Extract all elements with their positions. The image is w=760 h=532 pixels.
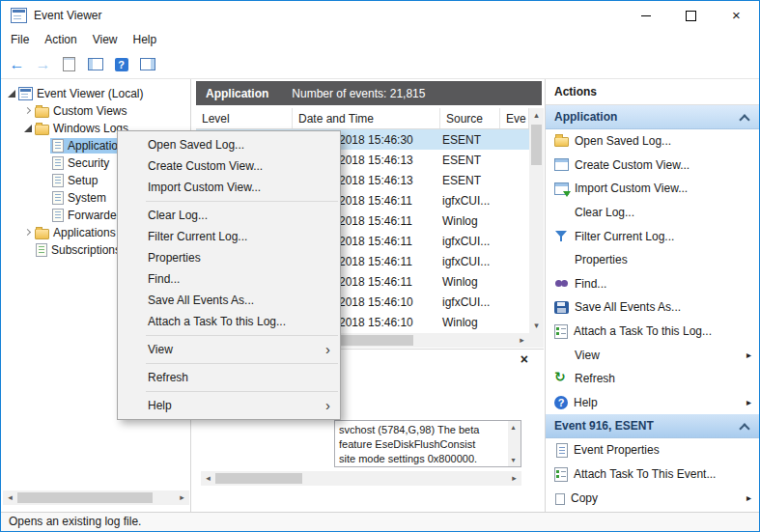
event-source-cell: ESENT xyxy=(440,154,500,167)
column-header[interactable]: Level xyxy=(196,108,293,128)
minimize-button[interactable] xyxy=(623,1,668,30)
tree-expander-icon[interactable] xyxy=(22,227,34,238)
action-item[interactable]: View xyxy=(546,343,759,367)
export-list-button[interactable] xyxy=(57,53,81,75)
context-menu-item-label: Filter Current Log... xyxy=(148,230,247,243)
submenu-arrow-icon xyxy=(746,486,751,510)
action-item[interactable]: Import Custom View... xyxy=(546,177,759,201)
scroll-right-icon[interactable]: ▸ xyxy=(175,490,189,505)
scroll-left-icon[interactable]: ◂ xyxy=(3,490,17,505)
scroll-right-icon[interactable]: ▸ xyxy=(507,471,521,486)
tree-expander-icon[interactable] xyxy=(39,140,50,152)
tree-item[interactable]: Event Viewer (Local) xyxy=(2,85,190,102)
action-item[interactable]: Open Saved Log... xyxy=(546,129,759,154)
tree-expander-icon[interactable] xyxy=(22,105,34,117)
context-menu-item[interactable]: Find... xyxy=(118,268,340,290)
event-list-vertical-scrollbar[interactable]: ▴ ▾ xyxy=(529,108,544,333)
menu-item[interactable]: File xyxy=(3,30,37,50)
scroll-thumb[interactable] xyxy=(17,492,153,503)
context-menu-item[interactable]: Help xyxy=(118,395,340,416)
action-item[interactable]: Filter Current Log... xyxy=(546,224,759,248)
submenu-arrow-icon xyxy=(746,391,751,415)
collapse-section-icon[interactable] xyxy=(739,423,749,434)
tree-horizontal-scrollbar[interactable]: ◂ ▸ xyxy=(3,490,189,505)
context-menu-item[interactable]: Open Saved Log... xyxy=(118,134,340,155)
action-item-label: Event Properties xyxy=(574,443,660,457)
scroll-left-icon[interactable]: ◂ xyxy=(201,471,215,486)
back-button[interactable] xyxy=(5,53,29,75)
scroll-down-icon[interactable]: ▾ xyxy=(529,319,544,333)
column-header[interactable]: Eve xyxy=(500,108,529,128)
tree-expander-icon[interactable] xyxy=(39,192,50,204)
show-console-tree-button[interactable] xyxy=(83,53,107,75)
action-item-icon xyxy=(554,396,568,409)
action-item[interactable]: Save All Events As... xyxy=(546,295,759,320)
help-button[interactable] xyxy=(109,53,133,75)
event-source-cell: igfxCUI... xyxy=(440,255,500,268)
action-item-label: Find... xyxy=(575,277,606,291)
forward-button[interactable] xyxy=(31,53,55,75)
scroll-right-icon[interactable]: ▸ xyxy=(515,333,529,348)
show-action-pane-button[interactable] xyxy=(135,53,159,75)
tree-item-label: System xyxy=(68,191,106,205)
context-menu-item[interactable] xyxy=(146,335,338,336)
tree-expander-icon[interactable] xyxy=(22,244,34,256)
tree-expander-icon[interactable] xyxy=(6,88,17,99)
preview-horizontal-scrollbar[interactable]: ◂ ▸ xyxy=(201,471,521,486)
context-menu-item[interactable]: Properties xyxy=(118,247,340,268)
context-menu-item[interactable] xyxy=(146,391,338,392)
action-item-label: View xyxy=(575,349,600,362)
maximize-button[interactable] xyxy=(668,1,714,30)
action-item[interactable]: Attach Task To This Event... xyxy=(546,462,759,487)
context-menu-item[interactable]: Refresh xyxy=(118,367,340,388)
context-menu-item[interactable] xyxy=(146,201,338,202)
tree-item[interactable]: Custom Views xyxy=(2,102,190,120)
column-header[interactable]: Date and Time xyxy=(293,108,440,128)
scroll-down-icon[interactable]: ▾ xyxy=(507,454,520,466)
menu-item[interactable]: Help xyxy=(126,30,165,50)
event-viewer-window: Event Viewer FileActionViewHelp Event Vi… xyxy=(0,0,760,532)
action-item[interactable]: Event Properties xyxy=(546,438,759,462)
collapse-section-icon[interactable] xyxy=(739,114,749,125)
context-menu-item[interactable]: View xyxy=(118,339,340,360)
context-menu-item[interactable] xyxy=(146,363,338,364)
context-menu-item[interactable]: Save All Events As... xyxy=(118,290,340,311)
context-menu-item[interactable]: Import Custom View... xyxy=(118,177,340,198)
actions-section-header-event[interactable]: Event 916, ESENT xyxy=(546,414,759,438)
scroll-thumb[interactable] xyxy=(215,473,302,484)
tree-item-icon xyxy=(52,156,64,170)
action-item[interactable]: Refresh xyxy=(546,367,759,391)
action-item[interactable]: Properties xyxy=(546,248,759,272)
action-item-icon xyxy=(554,230,569,242)
action-item[interactable]: Find... xyxy=(546,272,759,296)
tree-expander-icon[interactable] xyxy=(22,123,34,134)
actions-section-header-application[interactable]: Application xyxy=(546,105,759,129)
tree-item-icon xyxy=(52,191,64,205)
tree-item-label: Forwarded xyxy=(68,209,123,222)
event-description-line: site mode settings 0x800000. xyxy=(339,452,504,466)
context-menu-item-label: Open Saved Log... xyxy=(148,138,244,152)
description-vertical-scrollbar[interactable]: ▴ ▾ xyxy=(508,421,521,466)
action-item[interactable]: Create Custom View... xyxy=(546,154,759,178)
column-header[interactable]: Source xyxy=(440,108,500,128)
menu-item[interactable]: View xyxy=(85,30,126,50)
scroll-up-icon[interactable]: ▴ xyxy=(507,421,520,434)
action-item[interactable]: Clear Log... xyxy=(546,201,759,225)
context-menu-item[interactable]: Clear Log... xyxy=(118,205,340,226)
close-preview-icon[interactable] xyxy=(521,351,528,367)
scroll-up-icon[interactable]: ▴ xyxy=(529,108,544,123)
action-item[interactable]: Attach a Task To this Log... xyxy=(546,320,759,344)
column-headers: LevelDate and TimeSourceEve xyxy=(196,108,529,129)
menu-item[interactable]: Action xyxy=(37,30,84,50)
tree-expander-icon[interactable] xyxy=(39,210,50,221)
context-menu-item[interactable]: Attach a Task To this Log... xyxy=(118,311,340,332)
context-menu-item[interactable]: Filter Current Log... xyxy=(118,226,340,247)
action-item[interactable]: Copy xyxy=(546,486,759,510)
tree-expander-icon[interactable] xyxy=(39,175,50,186)
action-item[interactable]: Help xyxy=(546,391,759,415)
close-button[interactable] xyxy=(714,1,759,30)
context-menu-item[interactable]: Create Custom View... xyxy=(118,155,340,177)
tree-expander-icon[interactable] xyxy=(39,157,50,169)
scroll-thumb[interactable] xyxy=(531,125,542,165)
tree-item-label: Applications a xyxy=(53,226,126,239)
